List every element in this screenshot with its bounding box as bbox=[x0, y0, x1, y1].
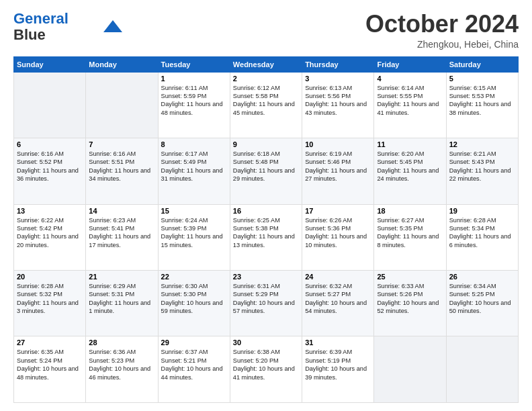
calendar-cell bbox=[86, 72, 158, 138]
day-number: 28 bbox=[89, 338, 154, 347]
day-info: Sunrise: 6:11 AM Sunset: 5:59 PM Dayligh… bbox=[161, 84, 227, 118]
day-info: Sunrise: 6:26 AM Sunset: 5:36 PM Dayligh… bbox=[305, 216, 371, 250]
day-info: Sunrise: 6:19 AM Sunset: 5:46 PM Dayligh… bbox=[305, 150, 371, 183]
day-number: 12 bbox=[449, 140, 515, 148]
location: Zhengkou, Hebei, China bbox=[365, 39, 519, 50]
calendar-cell: 5Sunrise: 6:15 AM Sunset: 5:53 PM Daylig… bbox=[446, 72, 518, 138]
day-info: Sunrise: 6:16 AM Sunset: 5:51 PM Dayligh… bbox=[89, 150, 154, 183]
day-header-saturday: Saturday bbox=[446, 56, 518, 72]
calendar-cell bbox=[14, 72, 86, 138]
calendar-cell: 31Sunrise: 6:39 AM Sunset: 5:19 PM Dayli… bbox=[302, 336, 374, 403]
calendar-cell: 17Sunrise: 6:26 AM Sunset: 5:36 PM Dayli… bbox=[302, 204, 374, 270]
calendar-cell: 28Sunrise: 6:36 AM Sunset: 5:23 PM Dayli… bbox=[86, 336, 158, 403]
day-number: 26 bbox=[449, 273, 515, 281]
calendar-cell: 12Sunrise: 6:21 AM Sunset: 5:43 PM Dayli… bbox=[446, 138, 518, 204]
day-number: 7 bbox=[89, 140, 154, 148]
day-info: Sunrise: 6:36 AM Sunset: 5:23 PM Dayligh… bbox=[89, 348, 154, 381]
logo-icon bbox=[103, 20, 122, 32]
calendar-cell: 22Sunrise: 6:30 AM Sunset: 5:30 PM Dayli… bbox=[158, 271, 230, 336]
calendar-cell: 10Sunrise: 6:19 AM Sunset: 5:46 PM Dayli… bbox=[302, 138, 374, 204]
day-info: Sunrise: 6:31 AM Sunset: 5:29 PM Dayligh… bbox=[233, 282, 299, 316]
day-header-friday: Friday bbox=[374, 56, 446, 72]
day-info: Sunrise: 6:32 AM Sunset: 5:27 PM Dayligh… bbox=[305, 282, 371, 316]
day-header-monday: Monday bbox=[86, 56, 158, 72]
calendar-cell bbox=[446, 336, 518, 403]
calendar-cell: 7Sunrise: 6:16 AM Sunset: 5:51 PM Daylig… bbox=[86, 138, 158, 204]
day-info: Sunrise: 6:28 AM Sunset: 5:34 PM Dayligh… bbox=[449, 216, 515, 250]
title-block: October 2024 Zhengkou, Hebei, China bbox=[365, 11, 519, 50]
day-info: Sunrise: 6:22 AM Sunset: 5:42 PM Dayligh… bbox=[17, 216, 83, 250]
day-number: 29 bbox=[161, 338, 227, 347]
day-info: Sunrise: 6:29 AM Sunset: 5:31 PM Dayligh… bbox=[89, 282, 154, 316]
day-info: Sunrise: 6:24 AM Sunset: 5:39 PM Dayligh… bbox=[161, 216, 227, 250]
day-number: 19 bbox=[449, 207, 515, 215]
calendar-cell: 18Sunrise: 6:27 AM Sunset: 5:35 PM Dayli… bbox=[374, 204, 446, 270]
day-info: Sunrise: 6:16 AM Sunset: 5:52 PM Dayligh… bbox=[17, 150, 83, 183]
calendar-cell: 24Sunrise: 6:32 AM Sunset: 5:27 PM Dayli… bbox=[302, 271, 374, 336]
calendar-cell: 23Sunrise: 6:31 AM Sunset: 5:29 PM Dayli… bbox=[230, 271, 302, 336]
day-number: 3 bbox=[305, 75, 371, 83]
day-info: Sunrise: 6:38 AM Sunset: 5:20 PM Dayligh… bbox=[233, 348, 299, 381]
calendar-cell: 8Sunrise: 6:17 AM Sunset: 5:49 PM Daylig… bbox=[158, 138, 230, 204]
day-number: 9 bbox=[233, 140, 299, 148]
day-number: 17 bbox=[305, 207, 371, 215]
day-header-sunday: Sunday bbox=[14, 56, 86, 72]
calendar-cell: 9Sunrise: 6:18 AM Sunset: 5:48 PM Daylig… bbox=[230, 138, 302, 204]
header: GeneralBlue October 2024 Zhengkou, Hebei… bbox=[13, 11, 519, 50]
day-number: 23 bbox=[233, 273, 299, 281]
day-number: 25 bbox=[377, 273, 443, 281]
calendar-cell: 19Sunrise: 6:28 AM Sunset: 5:34 PM Dayli… bbox=[446, 204, 518, 270]
day-info: Sunrise: 6:20 AM Sunset: 5:45 PM Dayligh… bbox=[377, 150, 443, 183]
day-number: 6 bbox=[17, 140, 83, 148]
month-title: October 2024 bbox=[365, 11, 519, 38]
calendar-cell: 1Sunrise: 6:11 AM Sunset: 5:59 PM Daylig… bbox=[158, 72, 230, 138]
day-number: 16 bbox=[233, 207, 299, 215]
calendar-cell: 29Sunrise: 6:37 AM Sunset: 5:21 PM Dayli… bbox=[158, 336, 230, 403]
day-info: Sunrise: 6:23 AM Sunset: 5:41 PM Dayligh… bbox=[89, 216, 154, 250]
day-header-tuesday: Tuesday bbox=[158, 56, 230, 72]
calendar-cell: 4Sunrise: 6:14 AM Sunset: 5:55 PM Daylig… bbox=[374, 72, 446, 138]
day-number: 21 bbox=[89, 273, 154, 281]
day-number: 8 bbox=[161, 140, 227, 148]
day-number: 1 bbox=[161, 75, 227, 83]
day-info: Sunrise: 6:12 AM Sunset: 5:58 PM Dayligh… bbox=[233, 84, 299, 118]
calendar-cell: 14Sunrise: 6:23 AM Sunset: 5:41 PM Dayli… bbox=[86, 204, 158, 270]
day-number: 30 bbox=[233, 338, 299, 347]
day-info: Sunrise: 6:27 AM Sunset: 5:35 PM Dayligh… bbox=[377, 216, 443, 250]
day-info: Sunrise: 6:39 AM Sunset: 5:19 PM Dayligh… bbox=[305, 348, 371, 381]
day-number: 15 bbox=[161, 207, 227, 215]
calendar-cell bbox=[374, 336, 446, 403]
day-header-thursday: Thursday bbox=[302, 56, 374, 72]
calendar-cell: 25Sunrise: 6:33 AM Sunset: 5:26 PM Dayli… bbox=[374, 271, 446, 336]
day-number: 27 bbox=[17, 338, 83, 347]
day-number: 20 bbox=[17, 273, 83, 281]
day-header-wednesday: Wednesday bbox=[230, 56, 302, 72]
day-info: Sunrise: 6:30 AM Sunset: 5:30 PM Dayligh… bbox=[161, 282, 227, 316]
day-number: 31 bbox=[305, 338, 371, 347]
calendar-cell: 16Sunrise: 6:25 AM Sunset: 5:38 PM Dayli… bbox=[230, 204, 302, 270]
calendar-cell: 26Sunrise: 6:34 AM Sunset: 5:25 PM Dayli… bbox=[446, 271, 518, 336]
day-number: 5 bbox=[449, 75, 515, 83]
day-number: 13 bbox=[17, 207, 83, 215]
calendar-cell: 11Sunrise: 6:20 AM Sunset: 5:45 PM Dayli… bbox=[374, 138, 446, 204]
day-number: 11 bbox=[377, 140, 443, 148]
day-number: 22 bbox=[161, 273, 227, 281]
calendar-cell: 21Sunrise: 6:29 AM Sunset: 5:31 PM Dayli… bbox=[86, 271, 158, 336]
day-number: 2 bbox=[233, 75, 299, 83]
day-number: 14 bbox=[89, 207, 154, 215]
day-info: Sunrise: 6:21 AM Sunset: 5:43 PM Dayligh… bbox=[449, 150, 515, 183]
calendar-cell: 2Sunrise: 6:12 AM Sunset: 5:58 PM Daylig… bbox=[230, 72, 302, 138]
calendar-cell: 15Sunrise: 6:24 AM Sunset: 5:39 PM Dayli… bbox=[158, 204, 230, 270]
day-info: Sunrise: 6:13 AM Sunset: 5:56 PM Dayligh… bbox=[305, 84, 371, 118]
day-info: Sunrise: 6:33 AM Sunset: 5:26 PM Dayligh… bbox=[377, 282, 443, 316]
svg-marker-0 bbox=[103, 20, 122, 32]
calendar-cell: 3Sunrise: 6:13 AM Sunset: 5:56 PM Daylig… bbox=[302, 72, 374, 138]
day-number: 18 bbox=[377, 207, 443, 215]
day-info: Sunrise: 6:28 AM Sunset: 5:32 PM Dayligh… bbox=[17, 282, 83, 316]
day-info: Sunrise: 6:18 AM Sunset: 5:48 PM Dayligh… bbox=[233, 150, 299, 183]
day-info: Sunrise: 6:17 AM Sunset: 5:49 PM Dayligh… bbox=[161, 150, 227, 183]
day-info: Sunrise: 6:35 AM Sunset: 5:24 PM Dayligh… bbox=[17, 348, 83, 381]
logo: GeneralBlue bbox=[13, 11, 122, 43]
calendar-cell: 30Sunrise: 6:38 AM Sunset: 5:20 PM Dayli… bbox=[230, 336, 302, 403]
day-info: Sunrise: 6:25 AM Sunset: 5:38 PM Dayligh… bbox=[233, 216, 299, 250]
